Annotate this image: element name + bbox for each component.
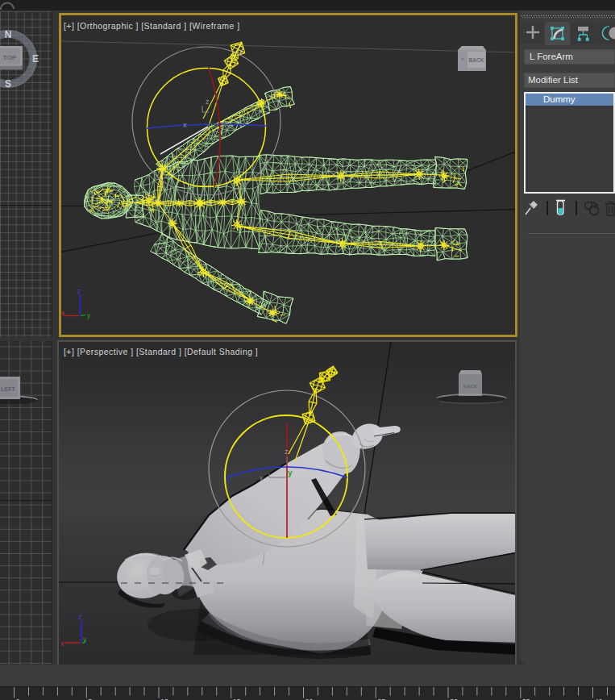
svg-text:y: y: [211, 121, 215, 129]
svg-text:z: z: [285, 447, 289, 456]
svg-text:TOP: TOP: [3, 54, 17, 61]
svg-text:BACK: BACK: [463, 384, 478, 389]
svg-text:z: z: [206, 98, 210, 106]
svg-text:x: x: [183, 121, 187, 129]
svg-text:20: 20: [305, 698, 314, 700]
svg-text:T: T: [461, 57, 464, 62]
svg-text:BACK: BACK: [469, 57, 484, 63]
svg-text:5: 5: [88, 698, 92, 700]
svg-text:N: N: [5, 29, 12, 40]
svg-text:35: 35: [522, 698, 530, 700]
svg-text:x: x: [260, 473, 264, 482]
svg-text:z: z: [77, 287, 81, 295]
svg-text:z: z: [78, 613, 81, 621]
svg-text:LEFT: LEFT: [1, 386, 15, 392]
svg-text:25: 25: [377, 698, 385, 700]
svg-text:10: 10: [160, 698, 168, 700]
svg-text:S: S: [5, 78, 11, 90]
svg-text:E: E: [32, 53, 39, 65]
svg-text:0: 0: [16, 698, 20, 700]
svg-text:15: 15: [233, 698, 241, 700]
svg-text:40: 40: [595, 698, 603, 700]
svg-text:y: y: [288, 469, 293, 477]
svg-text:y: y: [83, 635, 87, 644]
svg-text:y: y: [87, 311, 91, 319]
svg-text:30: 30: [450, 698, 458, 700]
svg-text:x: x: [60, 640, 64, 648]
